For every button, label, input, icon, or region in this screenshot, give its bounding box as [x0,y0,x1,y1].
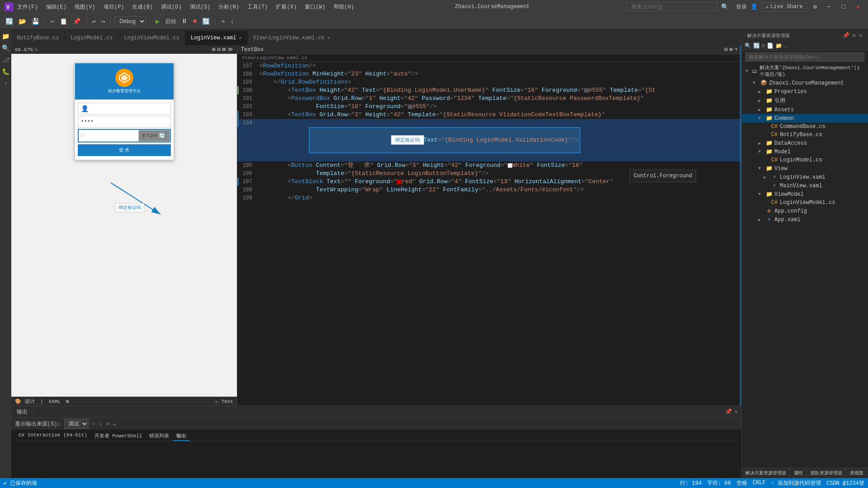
start-btn[interactable]: ▶ [154,17,161,26]
menu-extensions[interactable]: 扩展(X) [272,2,300,12]
more-icon[interactable]: ≫ [227,46,233,53]
tab-loginview[interactable]: LoginView.xaml ✕ [185,31,248,45]
stop-btn[interactable]: ■ [191,17,198,26]
sidebar-tab-classview[interactable]: 类视图 [846,468,867,478]
activity-extensions[interactable]: ⚡ [1,78,11,88]
close-button[interactable]: ✕ [853,3,863,11]
fit-icon[interactable]: ⊠ [222,46,226,53]
sidebar-tab-properties[interactable]: 属性 [790,468,807,478]
collapse-btn[interactable]: ⊟ [724,46,727,53]
output-tab-csharp[interactable]: C# Interactive (64-bit) [15,431,91,441]
cut-btn[interactable]: ✂ [49,17,56,26]
output-wrap-btn[interactable]: ↵ [113,421,116,427]
expand-icon[interactable]: ⊞ [66,398,69,404]
code-line-194[interactable]: 194 Text="{Binding LoginModel.Validation… [237,119,741,161]
code-area[interactable]: 187 <RowDefinition/> 188 <RowDefinition … [237,62,741,406]
settings-icon[interactable]: ⚙ [811,3,820,10]
tab-notifybase[interactable]: NotifyBase.cs [11,31,65,45]
menu-project[interactable]: 项目(P) [100,2,128,12]
user-label[interactable]: 登录 [736,3,747,11]
login-button-preview[interactable]: 登 求 [78,144,171,156]
xaml-mode-btn[interactable]: XAML [49,399,61,404]
activity-explorer[interactable]: 📁 [1,31,11,41]
sidebar-search-icon[interactable]: 🔍 [745,43,751,49]
debug-mode-dropdown[interactable]: Debug [114,16,146,26]
tree-loginviewmodel[interactable]: ▶ C# LoginViewModel.cs [742,199,868,207]
design-label[interactable]: 设计 [25,398,35,405]
copy-btn[interactable]: 📋 [58,17,69,26]
sidebar-pin-btn[interactable]: 📌 [843,32,850,39]
expand-btn[interactable]: ⊞ [730,46,733,53]
undo-btn[interactable]: ↩ [90,17,97,26]
tab-loginview-cs-close[interactable]: ✕ [327,35,330,41]
sidebar-tab-solution[interactable]: 解决方案资源管理器 [742,468,790,478]
new-file-btn[interactable]: 🔄 [4,17,15,26]
menu-build[interactable]: 生成(B) [128,2,156,12]
activity-debug[interactable]: 🐛 [1,66,11,76]
sidebar-more-btn[interactable]: … [784,43,787,49]
output-tab-powershell[interactable]: 开发者 PowerShell [91,431,146,441]
output-source-select[interactable]: 调试 [64,419,89,429]
tree-notifybase[interactable]: ▶ C# NotifyBase.cs [742,131,868,139]
restart-btn[interactable]: 🔃 [200,17,212,26]
status-saved[interactable]: ✔ 已保存的项 [4,479,37,487]
menu-debug[interactable]: 调试(D) [157,2,185,12]
output-close-btn[interactable]: ✕ [735,408,738,415]
output-tab-errors[interactable]: 错误列表 [146,431,173,441]
status-add-source[interactable]: ↑ 添加到源代码管理 [771,479,821,487]
tab-loginview-cs[interactable]: View\LoginView.xaml.cs ✕ [248,31,336,45]
tree-project[interactable]: ▼ 📦 Zhaoxi.CourseManagement [742,79,868,87]
open-btn[interactable]: 📂 [17,17,28,26]
menu-test[interactable]: 测试(S) [186,2,214,12]
tree-mainview-xaml[interactable]: ▶ ⚡ MainView.xaml [742,181,868,190]
tab-loginviewmodel[interactable]: LoginViewModel.cs [118,31,185,45]
sidebar-refresh-btn[interactable]: 🔄 [753,43,760,49]
sidebar-search-input[interactable] [745,52,864,62]
tree-appxaml[interactable]: ▶ ⚡ App.xaml [742,215,868,224]
tree-appconfig[interactable]: ▶ ⚙ App.config [742,207,868,215]
tab-loginmodel[interactable]: LoginModel.cs [65,31,119,45]
tree-dataaccess[interactable]: ▶ 📁 DataAccess [742,139,868,147]
menu-analyze[interactable]: 分析(N) [215,2,243,12]
add-btn[interactable]: + [735,47,738,53]
output-scroll-bottom[interactable]: ⇓ [99,421,102,427]
menu-edit[interactable]: 编辑(E) [42,2,71,12]
output-pin-btn[interactable]: 📌 [725,408,732,415]
tree-model[interactable]: ▼ 📁 Model [742,147,868,156]
sidebar-tab-team[interactable]: 团队资源管理器 [807,468,846,478]
tree-assets[interactable]: ▶ 📁 Assets [742,105,868,114]
paste-btn[interactable]: 📌 [71,17,82,26]
output-tab-output[interactable]: 输出 [173,431,190,441]
redo-btn[interactable]: ↪ [99,17,107,26]
step-into-btn[interactable]: ↓ [229,17,236,26]
sidebar-new-file-btn[interactable]: 📄 [767,43,774,49]
tree-viewmodel[interactable]: ▼ 📁 ViewModel [742,190,868,199]
activity-git[interactable]: ⎇ [1,55,11,65]
save-btn[interactable]: 💾 [30,17,41,26]
tree-properties[interactable]: ▶ 📁 Properties [742,87,868,96]
step-over-btn[interactable]: ↷ [219,17,226,26]
tree-common[interactable]: ▼ 📁 Common [742,114,868,123]
sidebar-settings-btn[interactable]: ⚙ [853,32,856,39]
bottom-tab-output[interactable]: 输出 [11,406,33,417]
maximize-button[interactable]: □ [838,3,849,10]
pause-btn[interactable]: ⏸ [179,17,189,26]
sidebar-close-btn[interactable]: ✕ [859,32,863,39]
output-clear-btn[interactable]: ⊘ [106,421,109,427]
menu-window[interactable]: 窗口(W) [301,2,329,12]
grid-icon[interactable]: ⊞ [212,46,215,53]
menu-view[interactable]: 视图(V) [71,2,99,12]
tree-loginmodel[interactable]: ▶ C# LoginModel.cs [742,156,868,164]
snap-icon[interactable]: ⊟ [217,46,221,53]
tree-commandbase[interactable]: ▶ C# CommandBase.cs [742,123,868,131]
tree-loginview-xaml[interactable]: ▶ ⚡ LoginView.xaml [742,173,868,181]
tree-solution[interactable]: ▼ 🗂 解决方案'Zhaoxi.CourseManagement'(1 个项目/… [742,63,868,79]
tree-view[interactable]: ▼ 📁 View [742,164,868,173]
tree-references[interactable]: ▶ 📁 引用 [742,96,868,105]
menu-help[interactable]: 帮助(H) [330,2,358,12]
menu-tools[interactable]: 工具(T) [244,2,272,12]
live-share-button[interactable]: ↗ Live Share [761,2,807,12]
sidebar-collapse-btn[interactable]: ⊟ [762,43,765,49]
minimize-button[interactable]: ─ [823,3,834,10]
tab-loginview-close[interactable]: ✕ [239,35,242,41]
